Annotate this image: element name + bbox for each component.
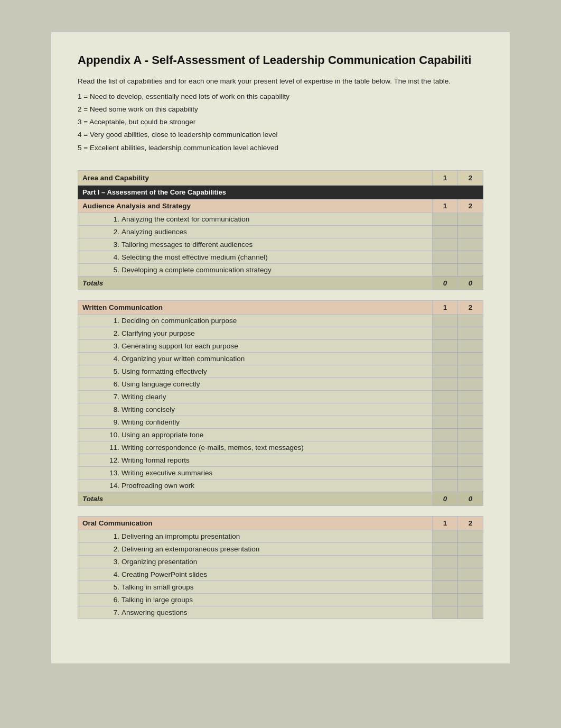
totals-label-written: Totals xyxy=(78,492,433,506)
scale-list: 1 = Need to develop, essentially need lo… xyxy=(78,90,483,154)
table-row: 1.Analyzing the context for communicatio… xyxy=(78,213,483,226)
totals-col2-audience: 0 xyxy=(458,277,483,290)
table-row: 5.Using formatting effectively xyxy=(78,365,483,378)
scale-item-5: 5 = Excellent abilities, leadership comm… xyxy=(78,142,483,154)
section-written-col1: 1 xyxy=(433,301,458,315)
part-header-row: Part I – Assessment of the Core Capabili… xyxy=(78,186,483,199)
table-row: 7.Answering questions xyxy=(78,606,483,619)
table-row: 1.Delivering an impromptu presentation xyxy=(78,530,483,543)
totals-label-audience: Totals xyxy=(78,277,433,290)
part-label: Part I – Assessment of the Core Capabili… xyxy=(78,186,483,199)
col-header-1: 1 xyxy=(433,171,458,186)
totals-col2-written: 0 xyxy=(458,492,483,506)
section-written-name: Written Communication xyxy=(78,301,433,315)
table-row: 4.Creating PowerPoint slides xyxy=(78,568,483,581)
section-oral-name: Oral Communication xyxy=(78,517,433,530)
section-audience-header: Audience Analysis and Strategy 1 2 xyxy=(78,199,483,213)
table-row: 6.Talking in large groups xyxy=(78,594,483,606)
section-audience-col2: 2 xyxy=(458,199,483,213)
table-row: 2.Clarifying your purpose xyxy=(78,327,483,340)
table-row: 3.Generating support for each purpose xyxy=(78,340,483,353)
table-row: 12.Writing formal reports xyxy=(78,454,483,467)
section-audience-col1: 1 xyxy=(433,199,458,213)
table-row: 11.Writing correspondence (e-mails, memo… xyxy=(78,441,483,454)
scale-item-1: 1 = Need to develop, essentially need lo… xyxy=(78,90,483,103)
section-oral-col2: 2 xyxy=(458,517,483,530)
scale-item-3: 3 = Acceptable, but could be stronger xyxy=(78,116,483,128)
scale-item-4: 4 = Very good abilities, close to leader… xyxy=(78,128,483,141)
table-row: 7.Writing clearly xyxy=(78,391,483,403)
col-header-capability: Area and Capability xyxy=(78,171,433,186)
spacer-row xyxy=(78,290,483,301)
table-row: 9.Writing confidently xyxy=(78,416,483,429)
section-written-header: Written Communication 1 2 xyxy=(78,301,483,315)
table-row: 14.Proofreading own work xyxy=(78,480,483,492)
col-header-2: 2 xyxy=(458,171,483,186)
table-row: 2.Analyzing audiences xyxy=(78,226,483,238)
table-row: 13.Writing executive summaries xyxy=(78,467,483,480)
section-written-col2: 2 xyxy=(458,301,483,315)
intro-text: Read the list of capabilities and for ea… xyxy=(78,76,483,87)
table-row: 2.Delivering an extemporaneous presentat… xyxy=(78,543,483,556)
table-row: 4.Organizing your written communication xyxy=(78,353,483,365)
table-header-row: Area and Capability 1 2 xyxy=(78,171,483,186)
section-audience-name: Audience Analysis and Strategy xyxy=(78,199,433,213)
totals-row-audience: Totals 0 0 xyxy=(78,277,483,290)
table-row: 6.Using language correctly xyxy=(78,378,483,391)
totals-col1-written: 0 xyxy=(433,492,458,506)
table-row: 3.Organizing presentation xyxy=(78,556,483,568)
table-row: 3.Tailoring messages to different audien… xyxy=(78,238,483,251)
assessment-table: Area and Capability 1 2 Part I – Assessm… xyxy=(78,170,483,619)
section-oral-col1: 1 xyxy=(433,517,458,530)
totals-row-written: Totals 0 0 xyxy=(78,492,483,506)
table-row: 5.Developing a complete communication st… xyxy=(78,264,483,277)
section-oral-header: Oral Communication 1 2 xyxy=(78,517,483,530)
totals-col1-audience: 0 xyxy=(433,277,458,290)
table-row: 1.Deciding on communication purpose xyxy=(78,315,483,327)
scale-item-2: 2 = Need some work on this capability xyxy=(78,103,483,116)
spacer-row-2 xyxy=(78,506,483,517)
page-container: Appendix A - Self-Assessment of Leadersh… xyxy=(51,32,510,664)
table-row: 5.Talking in small groups xyxy=(78,581,483,594)
table-row: 10.Using an appropriate tone xyxy=(78,429,483,441)
table-row: 8.Writing concisely xyxy=(78,403,483,416)
table-row: 4.Selecting the most effective medium (c… xyxy=(78,251,483,264)
page-title: Appendix A - Self-Assessment of Leadersh… xyxy=(78,53,483,67)
